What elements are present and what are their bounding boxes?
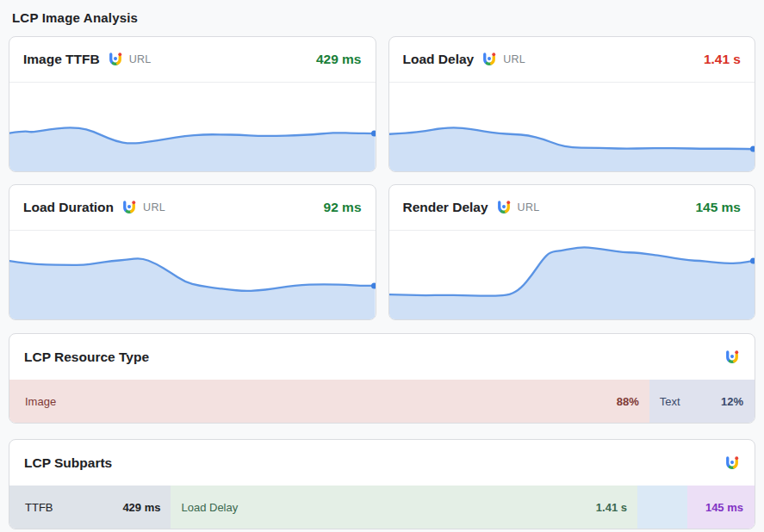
sparkline-endpoint-dot (750, 146, 755, 152)
segment-label: Text (660, 395, 680, 408)
chrome-ux-report-icon (121, 200, 137, 215)
metric-card-header: Render Delay URL 145 ms (389, 185, 755, 231)
chrome-ux-report-icon (724, 350, 740, 365)
sparkline-endpoint-dot (371, 131, 376, 137)
metric-card-load-duration[interactable]: Load Duration URL 92 ms (9, 184, 376, 320)
subparts-bar: TTFB 429 ms Load Delay 1.41 s 145 ms (9, 486, 755, 529)
metric-card-render-delay[interactable]: Render Delay URL 145 ms (388, 184, 756, 320)
metric-title: Render Delay (403, 200, 488, 215)
metric-card-header: Load Duration URL 92 ms (9, 185, 376, 231)
resource-type-bar: Image 88% Text 12% (9, 380, 755, 423)
bar-segment-text: Text 12% (649, 380, 755, 423)
lcp-resource-type-card[interactable]: LCP Resource Type Image 88% Text 12% (9, 333, 755, 424)
section-header: LCP Subparts (9, 440, 755, 486)
page-title: LCP Image Analysis (12, 10, 752, 25)
bar-segment-load-duration (637, 486, 687, 529)
lcp-subparts-card[interactable]: LCP Subparts TTFB 429 ms Load Delay 1.41… (9, 439, 755, 529)
segment-value: 1.41 s (596, 501, 627, 514)
metric-value: 145 ms (695, 200, 741, 215)
sparkline-chart (389, 83, 755, 171)
source-label: URL (143, 201, 165, 213)
metric-value: 429 ms (316, 52, 362, 67)
section-title: LCP Subparts (24, 455, 112, 471)
metric-value: 1.41 s (704, 52, 741, 67)
segment-label: Load Delay (181, 501, 238, 514)
metric-value: 92 ms (324, 200, 362, 215)
segment-value: 145 ms (705, 501, 743, 514)
sparkline-chart (389, 231, 755, 319)
source-label: URL (518, 201, 540, 213)
bar-segment-image: Image 88% (9, 380, 649, 423)
segment-value: 429 ms (122, 501, 160, 514)
source-label: URL (129, 53, 152, 65)
chrome-ux-report-icon (481, 52, 497, 67)
bar-segment-ttfb: TTFB 429 ms (9, 486, 171, 529)
segment-label: Image (25, 395, 56, 408)
segment-label: TTFB (25, 501, 53, 514)
metric-title: Load Delay (403, 52, 475, 67)
metric-title: Image TTFB (23, 52, 100, 67)
chrome-ux-report-icon (108, 52, 123, 67)
bar-segment-render-delay: 145 ms (687, 486, 755, 529)
section-header: LCP Resource Type (9, 334, 755, 380)
sparkline-chart (9, 231, 376, 319)
chrome-ux-report-icon (496, 200, 512, 215)
metric-card-load-delay[interactable]: Load Delay URL 1.41 s (388, 36, 756, 172)
section-title: LCP Resource Type (24, 350, 149, 365)
metric-card-header: Load Delay URL 1.41 s (389, 37, 755, 83)
segment-value: 12% (721, 395, 743, 408)
metric-title: Load Duration (23, 200, 114, 215)
sparkline-endpoint-dot (750, 257, 755, 263)
chrome-ux-report-icon (724, 455, 740, 471)
metric-card-image-ttfb[interactable]: Image TTFB URL 429 ms (9, 36, 376, 172)
sparkline-endpoint-dot (371, 282, 376, 288)
bar-segment-load-delay: Load Delay 1.41 s (171, 486, 637, 529)
source-label: URL (503, 53, 525, 65)
sparkline-chart (9, 83, 376, 171)
metric-card-header: Image TTFB URL 429 ms (9, 37, 376, 83)
segment-value: 88% (617, 395, 639, 408)
metric-cards-grid: Image TTFB URL 429 ms Load Delay URL 1.4… (9, 36, 755, 320)
